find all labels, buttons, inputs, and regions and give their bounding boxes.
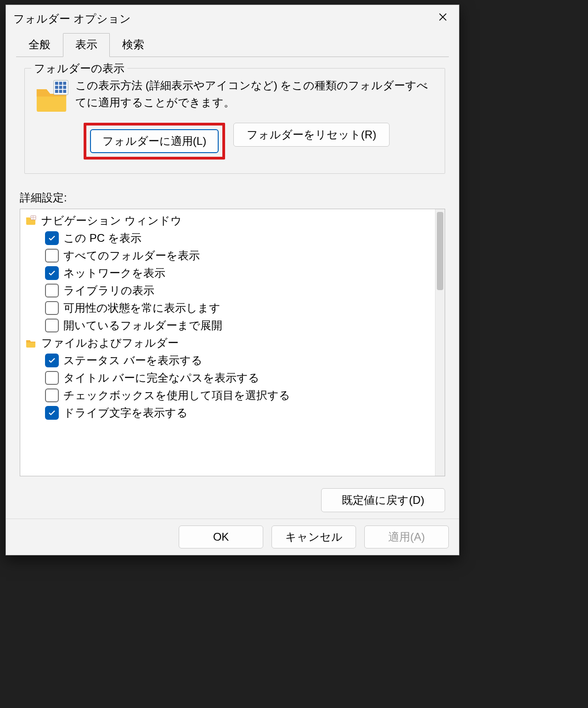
tree-item[interactable]: ライブラリの表示 (23, 282, 433, 299)
tree-item[interactable]: 開いているフォルダーまで展開 (23, 317, 433, 334)
reset-folders-button[interactable]: フォルダーをリセット(R) (233, 123, 390, 147)
tree-item[interactable]: ステータス バーを表示する (23, 352, 433, 369)
svg-rect-9 (63, 90, 66, 93)
restore-defaults-button[interactable]: 既定値に戻す(D) (321, 488, 445, 512)
tab-search[interactable]: 検索 (110, 33, 157, 57)
tab-view[interactable]: 表示 (63, 33, 110, 57)
svg-rect-4 (55, 86, 58, 89)
scrollbar-thumb[interactable] (437, 212, 443, 290)
tree-item-label: タイトル バーに完全なパスを表示する (63, 371, 260, 385)
svg-rect-8 (59, 90, 62, 93)
apply-to-folders-button[interactable]: フォルダーに適用(L) (90, 129, 219, 153)
svg-rect-6 (63, 86, 66, 89)
tree-icon (25, 215, 37, 227)
tree-group-label: ナビゲーション ウィンドウ (41, 213, 182, 228)
dialog-footer: OK キャンセル 適用(A) (6, 519, 459, 555)
group-description: この表示方法 (詳細表示やアイコンなど) をこの種類のフォルダーすべてに適用する… (75, 77, 435, 111)
tree-item-label: 開いているフォルダーまで展開 (63, 318, 222, 333)
checkbox[interactable] (45, 266, 59, 280)
tree-item-label: チェックボックスを使用して項目を選択する (63, 388, 290, 403)
checkbox[interactable] (45, 406, 59, 420)
tree-item[interactable]: この PC を表示 (23, 229, 433, 247)
highlight-frame: フォルダーに適用(L) (84, 123, 225, 160)
ok-button[interactable]: OK (179, 525, 263, 548)
tree-item-label: ライブラリの表示 (63, 283, 154, 298)
folder-view-group: フォルダーの表示 この表示方法 (詳細表示やアイコンなど) をこの種類のフォルダ… (24, 68, 445, 174)
apply-button[interactable]: 適用(A) (364, 525, 449, 548)
svg-rect-10 (31, 216, 36, 220)
tree-item[interactable]: タイトル バーに完全なパスを表示する (23, 369, 433, 387)
checkbox[interactable] (45, 388, 59, 402)
checkbox[interactable] (45, 284, 59, 297)
tree-group-navigation-pane: ナビゲーション ウィンドウ (23, 212, 433, 229)
svg-rect-2 (59, 82, 62, 85)
titlebar: フォルダー オプション (6, 5, 459, 33)
tree-item-label: ドライブ文字を表示する (63, 405, 188, 420)
folder-icon (25, 337, 37, 349)
tree-item[interactable]: 可用性の状態を常に表示します (23, 299, 433, 317)
folder-with-grid-icon (34, 78, 70, 114)
checkbox[interactable] (45, 301, 59, 315)
advanced-settings-list[interactable]: ナビゲーション ウィンドウ この PC を表示 すべてのフォルダーを表示 ネット… (20, 209, 445, 476)
checkbox[interactable] (45, 319, 59, 332)
tree-item[interactable]: すべてのフォルダーを表示 (23, 247, 433, 264)
tab-strip: 全般 表示 検索 (6, 33, 459, 57)
tree-item-label: この PC を表示 (63, 231, 141, 246)
checkbox[interactable] (45, 249, 59, 263)
checkbox[interactable] (45, 371, 59, 385)
tree-item[interactable]: チェックボックスを使用して項目を選択する (23, 387, 433, 404)
svg-rect-5 (59, 86, 62, 89)
folder-options-dialog: フォルダー オプション 全般 表示 検索 フォルダーの表示 (6, 5, 459, 555)
svg-rect-1 (55, 82, 58, 85)
checkbox[interactable] (45, 231, 59, 245)
tree-item-label: ステータス バーを表示する (63, 353, 203, 368)
tree-item[interactable]: ネットワークを表示 (23, 264, 433, 282)
advanced-tree: ナビゲーション ウィンドウ この PC を表示 すべてのフォルダーを表示 ネット… (20, 209, 435, 476)
checkbox[interactable] (45, 354, 59, 367)
group-legend: フォルダーの表示 (31, 61, 127, 76)
tree-item-label: 可用性の状態を常に表示します (63, 301, 220, 315)
tab-body-view: フォルダーの表示 この表示方法 (詳細表示やアイコンなど) をこの種類のフォルダ… (16, 57, 449, 512)
tree-group-label: ファイルおよびフォルダー (41, 336, 179, 350)
scrollbar[interactable] (435, 209, 445, 476)
tree-item[interactable]: ドライブ文字を表示する (23, 404, 433, 422)
cancel-button[interactable]: キャンセル (271, 525, 356, 548)
dialog-title: フォルダー オプション (13, 11, 131, 26)
tree-group-files-and-folders: ファイルおよびフォルダー (23, 334, 433, 352)
tab-general[interactable]: 全般 (16, 33, 63, 57)
svg-rect-7 (55, 90, 58, 93)
svg-rect-3 (63, 82, 66, 85)
tree-item-label: すべてのフォルダーを表示 (63, 248, 200, 263)
advanced-settings-label: 詳細設定: (20, 190, 445, 205)
close-icon (438, 12, 448, 22)
tree-item-label: ネットワークを表示 (63, 266, 165, 280)
close-button[interactable] (431, 8, 454, 26)
